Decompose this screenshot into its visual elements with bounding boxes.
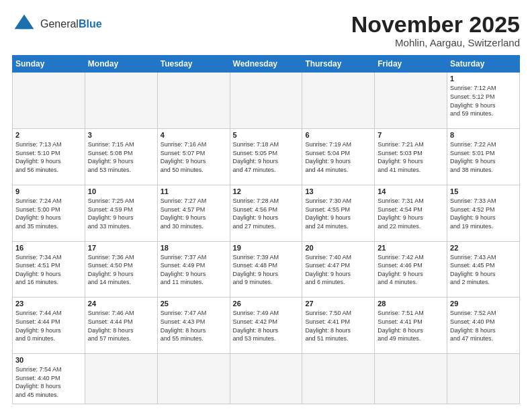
day-number: 6 xyxy=(305,131,371,139)
col-header-friday: Friday xyxy=(375,56,447,73)
calendar-week-3: 9Sunrise: 7:24 AM Sunset: 5:00 PM Daylig… xyxy=(13,185,520,241)
calendar-cell: 28Sunrise: 7:51 AM Sunset: 4:41 PM Dayli… xyxy=(375,298,447,354)
calendar-cell xyxy=(375,73,447,129)
logo: GeneralBlue xyxy=(12,12,102,36)
calendar-cell: 12Sunrise: 7:28 AM Sunset: 4:56 PM Dayli… xyxy=(230,185,302,241)
day-info: Sunrise: 7:22 AM Sunset: 5:01 PM Dayligh… xyxy=(450,140,517,174)
day-number: 23 xyxy=(15,300,82,308)
calendar-cell: 7Sunrise: 7:21 AM Sunset: 5:03 PM Daylig… xyxy=(375,129,447,185)
calendar-cell: 24Sunrise: 7:46 AM Sunset: 4:44 PM Dayli… xyxy=(85,298,157,354)
day-number: 15 xyxy=(450,187,517,195)
day-number: 1 xyxy=(450,75,517,83)
day-number: 30 xyxy=(15,356,82,364)
calendar-week-5: 23Sunrise: 7:44 AM Sunset: 4:44 PM Dayli… xyxy=(13,298,520,354)
calendar-week-4: 16Sunrise: 7:34 AM Sunset: 4:51 PM Dayli… xyxy=(13,241,520,298)
calendar-cell: 1Sunrise: 7:12 AM Sunset: 5:12 PM Daylig… xyxy=(447,73,520,129)
calendar-cell xyxy=(157,354,230,404)
calendar-cell: 21Sunrise: 7:42 AM Sunset: 4:46 PM Dayli… xyxy=(375,241,447,298)
title-block: November 2025 Mohlin, Aargau, Switzerlan… xyxy=(351,12,520,48)
calendar-cell xyxy=(447,354,520,404)
day-info: Sunrise: 7:50 AM Sunset: 4:41 PM Dayligh… xyxy=(305,309,371,342)
day-info: Sunrise: 7:15 AM Sunset: 5:08 PM Dayligh… xyxy=(88,140,154,174)
day-info: Sunrise: 7:13 AM Sunset: 5:10 PM Dayligh… xyxy=(15,140,82,174)
day-info: Sunrise: 7:54 AM Sunset: 4:40 PM Dayligh… xyxy=(15,365,82,399)
calendar-cell: 10Sunrise: 7:25 AM Sunset: 4:59 PM Dayli… xyxy=(85,185,157,241)
calendar-cell: 18Sunrise: 7:37 AM Sunset: 4:49 PM Dayli… xyxy=(157,241,230,298)
calendar-week-1: 1Sunrise: 7:12 AM Sunset: 5:12 PM Daylig… xyxy=(13,73,520,129)
day-number: 12 xyxy=(233,187,300,195)
calendar-cell: 27Sunrise: 7:50 AM Sunset: 4:41 PM Dayli… xyxy=(302,298,375,354)
calendar-cell xyxy=(302,73,375,129)
day-info: Sunrise: 7:37 AM Sunset: 4:49 PM Dayligh… xyxy=(161,253,227,287)
day-number: 17 xyxy=(88,244,154,252)
day-info: Sunrise: 7:21 AM Sunset: 5:03 PM Dayligh… xyxy=(378,140,444,174)
calendar-week-2: 2Sunrise: 7:13 AM Sunset: 5:10 PM Daylig… xyxy=(13,129,520,185)
header: GeneralBlue November 2025 Mohlin, Aargau… xyxy=(12,12,520,48)
day-number: 21 xyxy=(378,244,444,252)
calendar-cell: 13Sunrise: 7:30 AM Sunset: 4:55 PM Dayli… xyxy=(302,185,375,241)
day-number: 19 xyxy=(233,244,300,252)
location: Mohlin, Aargau, Switzerland xyxy=(351,37,520,48)
day-number: 26 xyxy=(233,300,300,308)
day-number: 7 xyxy=(378,131,444,139)
calendar-cell xyxy=(157,73,230,129)
day-number: 5 xyxy=(233,131,300,139)
col-header-saturday: Saturday xyxy=(447,56,520,73)
calendar-cell: 3Sunrise: 7:15 AM Sunset: 5:08 PM Daylig… xyxy=(85,129,157,185)
calendar-cell xyxy=(230,73,302,129)
day-info: Sunrise: 7:24 AM Sunset: 5:00 PM Dayligh… xyxy=(15,197,82,230)
col-header-wednesday: Wednesday xyxy=(230,56,302,73)
day-info: Sunrise: 7:27 AM Sunset: 4:57 PM Dayligh… xyxy=(161,197,227,230)
day-info: Sunrise: 7:36 AM Sunset: 4:50 PM Dayligh… xyxy=(88,253,154,287)
day-number: 18 xyxy=(161,244,227,252)
day-number: 14 xyxy=(378,187,444,195)
day-info: Sunrise: 7:51 AM Sunset: 4:41 PM Dayligh… xyxy=(378,309,444,342)
col-header-thursday: Thursday xyxy=(302,56,375,73)
calendar-cell: 9Sunrise: 7:24 AM Sunset: 5:00 PM Daylig… xyxy=(13,185,85,241)
day-info: Sunrise: 7:25 AM Sunset: 4:59 PM Dayligh… xyxy=(88,197,154,230)
calendar-cell xyxy=(375,354,447,404)
day-info: Sunrise: 7:44 AM Sunset: 4:44 PM Dayligh… xyxy=(15,309,82,342)
day-info: Sunrise: 7:47 AM Sunset: 4:43 PM Dayligh… xyxy=(161,309,227,342)
calendar-cell: 11Sunrise: 7:27 AM Sunset: 4:57 PM Dayli… xyxy=(157,185,230,241)
calendar-cell: 30Sunrise: 7:54 AM Sunset: 4:40 PM Dayli… xyxy=(13,354,85,404)
calendar-cell: 6Sunrise: 7:19 AM Sunset: 5:04 PM Daylig… xyxy=(302,129,375,185)
calendar-cell: 29Sunrise: 7:52 AM Sunset: 4:40 PM Dayli… xyxy=(447,298,520,354)
day-info: Sunrise: 7:52 AM Sunset: 4:40 PM Dayligh… xyxy=(450,309,517,342)
calendar-cell: 22Sunrise: 7:43 AM Sunset: 4:45 PM Dayli… xyxy=(447,241,520,298)
day-number: 20 xyxy=(305,244,371,252)
day-info: Sunrise: 7:34 AM Sunset: 4:51 PM Dayligh… xyxy=(15,253,82,287)
day-info: Sunrise: 7:28 AM Sunset: 4:56 PM Dayligh… xyxy=(233,197,300,230)
day-number: 27 xyxy=(305,300,371,308)
calendar-cell: 19Sunrise: 7:39 AM Sunset: 4:48 PM Dayli… xyxy=(230,241,302,298)
day-info: Sunrise: 7:33 AM Sunset: 4:52 PM Dayligh… xyxy=(450,197,517,230)
calendar-cell: 25Sunrise: 7:47 AM Sunset: 4:43 PM Dayli… xyxy=(157,298,230,354)
calendar-cell xyxy=(13,73,85,129)
calendar-cell: 17Sunrise: 7:36 AM Sunset: 4:50 PM Dayli… xyxy=(85,241,157,298)
col-header-tuesday: Tuesday xyxy=(157,56,230,73)
day-number: 10 xyxy=(88,187,154,195)
day-info: Sunrise: 7:46 AM Sunset: 4:44 PM Dayligh… xyxy=(88,309,154,342)
calendar-cell: 26Sunrise: 7:49 AM Sunset: 4:42 PM Dayli… xyxy=(230,298,302,354)
day-info: Sunrise: 7:31 AM Sunset: 4:54 PM Dayligh… xyxy=(378,197,444,230)
day-info: Sunrise: 7:49 AM Sunset: 4:42 PM Dayligh… xyxy=(233,309,300,342)
calendar: SundayMondayTuesdayWednesdayThursdayFrid… xyxy=(12,55,520,404)
calendar-cell xyxy=(85,354,157,404)
logo-text: GeneralBlue xyxy=(40,18,102,30)
day-number: 25 xyxy=(161,300,227,308)
logo-general: General xyxy=(40,18,79,30)
day-number: 24 xyxy=(88,300,154,308)
day-number: 8 xyxy=(450,131,517,139)
calendar-cell: 4Sunrise: 7:16 AM Sunset: 5:07 PM Daylig… xyxy=(157,129,230,185)
calendar-cell: 20Sunrise: 7:40 AM Sunset: 4:47 PM Dayli… xyxy=(302,241,375,298)
col-header-sunday: Sunday xyxy=(13,56,85,73)
day-info: Sunrise: 7:39 AM Sunset: 4:48 PM Dayligh… xyxy=(233,253,300,287)
day-number: 9 xyxy=(15,187,82,195)
col-header-monday: Monday xyxy=(85,56,157,73)
svg-rect-1 xyxy=(19,24,29,29)
day-number: 13 xyxy=(305,187,371,195)
day-number: 4 xyxy=(161,131,227,139)
day-number: 29 xyxy=(450,300,517,308)
calendar-cell xyxy=(230,354,302,404)
day-info: Sunrise: 7:12 AM Sunset: 5:12 PM Dayligh… xyxy=(450,84,517,118)
